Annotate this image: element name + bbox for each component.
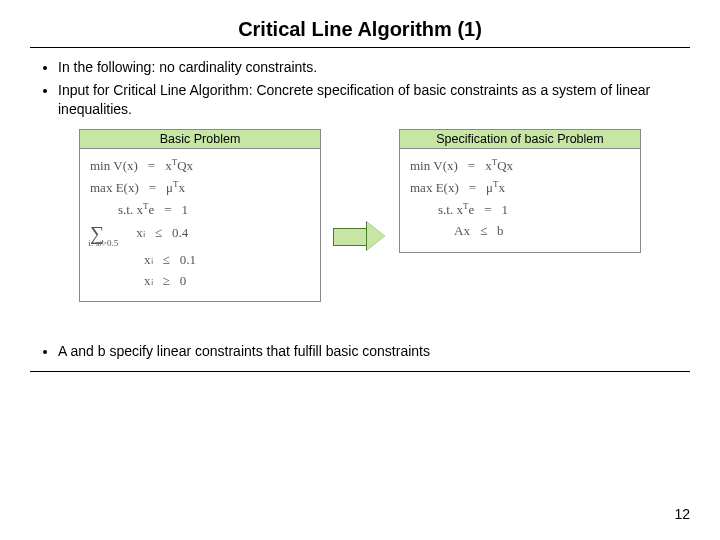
math-op: = xyxy=(149,178,156,199)
left-panel: Basic Problem min V(x) = xTQx max E(x) =… xyxy=(79,129,321,303)
math-text: 0.1 xyxy=(180,250,196,271)
math-subscript: i: xᵢ>0.5 xyxy=(88,236,118,250)
math-text: min V(x) xyxy=(410,156,458,177)
left-panel-body: min V(x) = xTQx max E(x) = μTx s.t. xTe … xyxy=(80,149,320,302)
math-text: xᵢ xyxy=(144,250,153,271)
math-op: = xyxy=(468,156,475,177)
math-op: = xyxy=(148,156,155,177)
math-text: 0.4 xyxy=(172,223,188,244)
page-number: 12 xyxy=(674,506,690,522)
top-bullet-list: In the following: no cardinality constra… xyxy=(30,58,690,119)
math-text: 1 xyxy=(502,200,509,221)
math-text: xTQx xyxy=(165,155,193,177)
math-text: xᵢ xyxy=(136,223,145,244)
math-text: min V(x) xyxy=(90,156,138,177)
arrow-icon xyxy=(333,222,387,250)
right-panel: Specification of basic Problem min V(x) … xyxy=(399,129,641,253)
math-text: 1 xyxy=(182,200,189,221)
bottom-bullet-list: A and b specify linear constraints that … xyxy=(30,342,690,361)
bullet-item: Input for Critical Line Algorithm: Concr… xyxy=(58,81,690,119)
right-panel-header: Specification of basic Problem xyxy=(400,130,640,149)
slide-title: Critical Line Algorithm (1) xyxy=(30,18,690,41)
math-text: xᵢ xyxy=(144,271,153,292)
math-op: = xyxy=(164,200,171,221)
math-text: s.t. xTe xyxy=(118,199,154,221)
math-op: ≤ xyxy=(163,250,170,271)
math-op: ≥ xyxy=(163,271,170,292)
math-text: μTx xyxy=(486,177,505,199)
math-op: = xyxy=(484,200,491,221)
math-text: b xyxy=(497,221,504,242)
math-text: max E(x) xyxy=(90,178,139,199)
divider-top xyxy=(30,47,690,48)
math-text: μTx xyxy=(166,177,185,199)
math-text: xTQx xyxy=(485,155,513,177)
bullet-item: A and b specify linear constraints that … xyxy=(58,342,690,361)
panels-row: Basic Problem min V(x) = xTQx max E(x) =… xyxy=(30,129,690,303)
right-panel-body: min V(x) = xTQx max E(x) = μTx s.t. xTe … xyxy=(400,149,640,252)
math-text: max E(x) xyxy=(410,178,459,199)
math-text: Ax xyxy=(454,221,470,242)
bullet-item: In the following: no cardinality constra… xyxy=(58,58,690,77)
math-op: ≤ xyxy=(155,223,162,244)
divider-bottom xyxy=(30,371,690,372)
left-panel-header: Basic Problem xyxy=(80,130,320,149)
math-text: s.t. xTe xyxy=(438,199,474,221)
math-text: 0 xyxy=(180,271,187,292)
math-op: ≤ xyxy=(480,221,487,242)
math-op: = xyxy=(469,178,476,199)
